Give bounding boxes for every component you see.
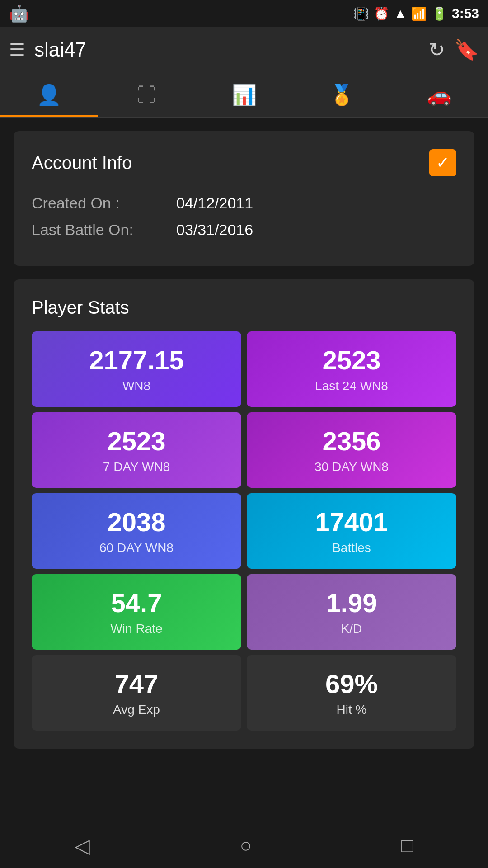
stats-grid: 2177.15 WN8 2523 Last 24 WN8 2523 7 DAY … — [32, 331, 456, 731]
60day-wn8-value: 2038 — [107, 507, 165, 537]
wn8-label: WN8 — [122, 379, 150, 393]
kd-value: 1.99 — [326, 588, 377, 618]
account-info-card: Account Info ✓ Created On : 04/12/2011 L… — [14, 131, 474, 266]
30day-wn8-value: 2356 — [322, 426, 380, 456]
account-info-checkbox[interactable]: ✓ — [429, 149, 456, 176]
player-stats-title: Player Stats — [32, 297, 456, 318]
tank-icon: 🚗 — [427, 83, 452, 107]
refresh-icon[interactable]: ↻ — [428, 38, 445, 61]
back-button[interactable]: ◁ — [75, 834, 90, 857]
wn8-value: 2177.15 — [89, 345, 184, 375]
bookmark-icon[interactable]: 🔖 — [454, 38, 479, 61]
win-rate-value: 54.7 — [111, 588, 162, 618]
app-bar-actions: ↻ 🔖 — [428, 38, 479, 61]
tab-bar: 👤 ⛶ 📊 🏅 🚗 — [0, 72, 488, 118]
created-on-row: Created On : 04/12/2011 — [32, 194, 456, 212]
app-title: slai47 — [34, 38, 419, 61]
status-bar-left: 🤖 — [9, 4, 29, 23]
home-button[interactable]: ○ — [239, 834, 252, 857]
player-stats-card: Player Stats 2177.15 WN8 2523 Last 24 WN… — [14, 279, 474, 749]
60day-wn8-label: 60 DAY WN8 — [99, 541, 174, 555]
signal-bars-icon: 📶 — [411, 6, 427, 21]
tab-profile[interactable]: 👤 — [0, 72, 98, 117]
last-battle-value: 03/31/2016 — [176, 221, 253, 239]
tab-stats[interactable]: 📊 — [195, 72, 293, 117]
stat-hit-pct: 69% Hit % — [247, 655, 456, 731]
tab-media[interactable]: ⛶ — [98, 72, 195, 117]
main-content: Account Info ✓ Created On : 04/12/2011 L… — [0, 118, 488, 762]
win-rate-label: Win Rate — [110, 622, 162, 636]
battles-label: Battles — [332, 541, 371, 555]
medals-icon: 🏅 — [329, 83, 354, 107]
avg-exp-label: Avg Exp — [113, 703, 160, 717]
status-bar: 🤖 📳 ⏰ ▲ 📶 🔋 3:53 — [0, 0, 488, 27]
stat-kd: 1.99 K/D — [247, 574, 456, 650]
last24-wn8-label: Last 24 WN8 — [315, 379, 388, 393]
alarm-icon: ⏰ — [374, 6, 389, 21]
nav-bar: ◁ ○ □ — [0, 823, 488, 868]
status-bar-right: 📳 ⏰ ▲ 📶 🔋 3:53 — [353, 6, 479, 21]
battery-icon: 🔋 — [432, 6, 447, 21]
avg-exp-value: 747 — [115, 669, 159, 699]
7day-wn8-label: 7 DAY WN8 — [103, 460, 170, 474]
created-on-label: Created On : — [32, 194, 158, 212]
tab-medals[interactable]: 🏅 — [293, 72, 390, 117]
account-info-header: Account Info ✓ — [32, 149, 456, 176]
stat-battles: 17401 Battles — [247, 493, 456, 569]
stat-wn8: 2177.15 WN8 — [32, 331, 241, 407]
hit-pct-value: 69% — [325, 669, 378, 699]
wifi-icon: ▲ — [394, 6, 407, 21]
stat-60day-wn8: 2038 60 DAY WN8 — [32, 493, 241, 569]
account-info-title: Account Info — [32, 153, 132, 173]
stat-win-rate: 54.7 Win Rate — [32, 574, 241, 650]
kd-label: K/D — [341, 622, 362, 636]
app-bar: ☰ slai47 ↻ 🔖 — [0, 27, 488, 72]
menu-icon[interactable]: ☰ — [9, 39, 25, 60]
media-icon: ⛶ — [136, 84, 156, 106]
android-icon: 🤖 — [9, 4, 29, 23]
created-on-value: 04/12/2011 — [176, 194, 253, 212]
signal-icon: 📳 — [353, 6, 369, 21]
time-display: 3:53 — [452, 6, 479, 21]
profile-icon: 👤 — [37, 83, 61, 107]
30day-wn8-label: 30 DAY WN8 — [314, 460, 389, 474]
recents-button[interactable]: □ — [401, 834, 413, 857]
stat-avg-exp: 747 Avg Exp — [32, 655, 241, 731]
stat-7day-wn8: 2523 7 DAY WN8 — [32, 412, 241, 488]
last24-wn8-value: 2523 — [322, 345, 380, 375]
hit-pct-label: Hit % — [337, 703, 367, 717]
7day-wn8-value: 2523 — [107, 426, 165, 456]
last-battle-label: Last Battle On: — [32, 221, 158, 239]
battles-value: 17401 — [315, 507, 388, 537]
last-battle-row: Last Battle On: 03/31/2016 — [32, 221, 456, 239]
stat-last24-wn8: 2523 Last 24 WN8 — [247, 331, 456, 407]
barchart-icon: 📊 — [232, 83, 257, 107]
stat-30day-wn8: 2356 30 DAY WN8 — [247, 412, 456, 488]
tab-tank[interactable]: 🚗 — [390, 72, 488, 117]
